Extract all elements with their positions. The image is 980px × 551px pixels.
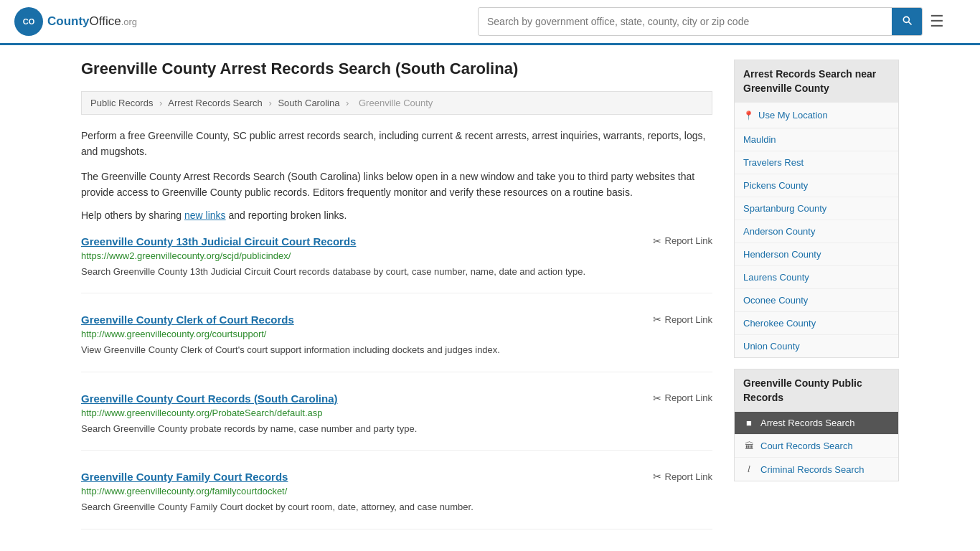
report-label: Report Link (665, 235, 712, 246)
report-label: Report Link (665, 392, 712, 403)
breadcrumb-south-carolina[interactable]: South Carolina (278, 98, 339, 108)
use-my-location[interactable]: 📍 Use My Location (735, 103, 898, 128)
sidebar-link-henderson-county[interactable]: Henderson County (735, 243, 898, 266)
record-header: Greenville County Court Records (South C… (81, 392, 712, 405)
record-item: Greenville County Court Records (South C… (81, 392, 712, 451)
record-header: Greenville County Clerk of Court Records… (81, 314, 712, 326)
sidebar-link-pickens-county[interactable]: Pickens County (735, 174, 898, 197)
search-box (478, 7, 923, 36)
record-title[interactable]: Greenville County Family Court Records (81, 471, 288, 483)
main-container: Greenville County Arrest Records Search … (67, 45, 913, 551)
search-input[interactable] (479, 10, 892, 33)
arrest-icon: ■ (743, 418, 755, 428)
public-records-court-search[interactable]: 🏛 Court Records Search (735, 435, 898, 458)
sidebar-link-laurens-county[interactable]: Laurens County (735, 266, 898, 289)
logo-area: CO CountyOffice.org (14, 7, 137, 36)
report-link-button[interactable]: ✂ Report Link (653, 235, 712, 247)
record-url[interactable]: http://www.greenvillecounty.org/ProbateS… (81, 408, 712, 418)
record-title[interactable]: Greenville County 13th Judicial Circuit … (81, 235, 356, 248)
record-desc: Search Greenville County 13th Judicial C… (81, 265, 712, 279)
criminal-search-label: Criminal Records Search (760, 464, 864, 475)
record-desc: Search Greenville County probate records… (81, 422, 712, 436)
public-records-criminal-search[interactable]: 𝑙 Criminal Records Search (735, 458, 898, 481)
share-text: Help others by sharing new links and rep… (81, 209, 712, 221)
public-records-title: Greenville County Public Records (735, 369, 898, 412)
report-label: Report Link (665, 314, 712, 325)
record-url[interactable]: http://www.greenvillecounty.org/familyco… (81, 486, 712, 496)
sidebar-link-cherokee-county[interactable]: Cherokee County (735, 312, 898, 335)
sidebar-link-oconee-county[interactable]: Oconee County (735, 289, 898, 312)
search-area: ☰ (478, 7, 944, 36)
report-label: Report Link (665, 471, 712, 482)
nearby-section-title: Arrest Records Search near Greenville Co… (735, 60, 898, 103)
record-item: Greenville County Family Court Records ✂… (81, 471, 712, 529)
description-para1: Perform a free Greenville County, SC pub… (81, 128, 712, 160)
header: CO CountyOffice.org ☰ (0, 0, 980, 45)
report-link-button[interactable]: ✂ Report Link (653, 392, 712, 404)
report-icon: ✂ (653, 314, 661, 325)
location-pin-icon: 📍 (743, 110, 754, 121)
content-area: Greenville County Arrest Records Search … (81, 60, 712, 551)
report-icon: ✂ (653, 392, 661, 404)
report-icon: ✂ (653, 235, 661, 247)
use-location-label: Use My Location (758, 110, 828, 121)
sidebar-link-spartanburg-county[interactable]: Spartanburg County (735, 197, 898, 220)
record-title[interactable]: Greenville County Court Records (South C… (81, 392, 338, 405)
record-header: Greenville County Family Court Records ✂… (81, 471, 712, 483)
sidebar: Arrest Records Search near Greenville Co… (734, 60, 899, 551)
page-title: Greenville County Arrest Records Search … (81, 60, 712, 78)
record-title[interactable]: Greenville County Clerk of Court Records (81, 314, 294, 326)
court-search-label: Court Records Search (760, 441, 853, 451)
breadcrumb-public-records[interactable]: Public Records (90, 98, 153, 108)
court-icon: 🏛 (743, 441, 755, 451)
report-link-button[interactable]: ✂ Report Link (653, 471, 712, 482)
breadcrumb-current: Greenville County (359, 98, 433, 108)
record-url[interactable]: https://www2.greenvillecounty.org/scjd/p… (81, 250, 712, 261)
public-records-section: Greenville County Public Records ■ Arres… (734, 369, 899, 481)
record-item: Greenville County 13th Judicial Circuit … (81, 235, 712, 294)
report-icon: ✂ (653, 471, 661, 482)
search-button[interactable] (892, 8, 922, 35)
logo-text: CountyOffice.org (47, 14, 137, 29)
record-desc: View Greenville County Clerk of Court's … (81, 343, 712, 357)
record-header: Greenville County 13th Judicial Circuit … (81, 235, 712, 248)
sidebar-link-union-county[interactable]: Union County (735, 335, 898, 357)
description-para2: The Greenville County Arrest Records Sea… (81, 169, 712, 201)
sidebar-link-travelers-rest[interactable]: Travelers Rest (735, 151, 898, 174)
nearby-section: Arrest Records Search near Greenville Co… (734, 60, 899, 358)
sidebar-link-mauldin[interactable]: Mauldin (735, 128, 898, 151)
menu-button[interactable]: ☰ (930, 12, 944, 31)
logo-icon: CO (14, 7, 43, 36)
svg-text:CO: CO (23, 17, 35, 26)
new-links[interactable]: new links (184, 209, 226, 221)
arrest-search-label: Arrest Records Search (760, 418, 855, 428)
breadcrumb-arrest-records[interactable]: Arrest Records Search (168, 98, 263, 108)
record-url[interactable]: http://www.greenvillecounty.org/courtsup… (81, 329, 712, 339)
sidebar-link-anderson-county[interactable]: Anderson County (735, 220, 898, 243)
report-link-button[interactable]: ✂ Report Link (653, 314, 712, 325)
criminal-icon: 𝑙 (743, 463, 755, 475)
breadcrumb: Public Records › Arrest Records Search ›… (81, 91, 712, 115)
record-item: Greenville County Clerk of Court Records… (81, 314, 712, 372)
public-records-arrest-search[interactable]: ■ Arrest Records Search (735, 412, 898, 435)
record-desc: Search Greenville County Family Court do… (81, 500, 712, 514)
